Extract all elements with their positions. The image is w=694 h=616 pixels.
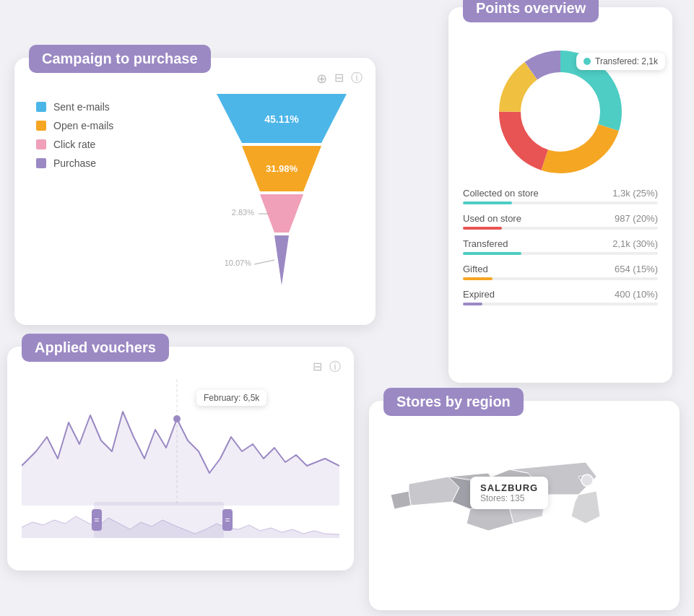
points-item-gifted: Gifted 654 (15%) xyxy=(463,264,658,280)
export-icon-v[interactable]: ⊟ xyxy=(313,360,322,375)
stores-card: Stores by region xyxy=(369,401,680,610)
svg-text:10.07%: 10.07% xyxy=(225,259,252,267)
svg-text:31.98%: 31.98% xyxy=(266,163,298,174)
campaign-title: Campaign to purchase xyxy=(29,45,211,73)
svg-marker-7 xyxy=(274,235,289,285)
points-item-expired: Expired 400 (10%) xyxy=(463,289,658,305)
info-icon[interactable]: ⓘ xyxy=(351,71,363,87)
svg-text:=: = xyxy=(225,515,230,525)
svg-text:=: = xyxy=(94,515,99,525)
donut-tooltip: Transfered: 2,1k xyxy=(576,53,665,70)
add-icon[interactable]: ⊕ xyxy=(316,71,327,87)
stores-tooltip: SALZBURG Stores: 135 xyxy=(470,477,548,509)
campaign-icons: ⊕ ⊟ ⓘ xyxy=(316,71,363,87)
svg-line-9 xyxy=(254,260,274,264)
points-list: Collected on store 1,3k (25%) Used on st… xyxy=(463,188,658,305)
points-title: Points overview xyxy=(463,0,599,22)
vouchers-tooltip: February: 6,5k xyxy=(196,390,266,406)
info-icon-v[interactable]: ⓘ xyxy=(329,360,341,375)
points-item-transfered: Transfered 2,1k (30%) xyxy=(463,238,658,255)
points-item-collected: Collected on store 1,3k (25%) xyxy=(463,188,658,204)
stores-map: SALZBURG Stores: 135 xyxy=(383,437,665,596)
svg-point-24 xyxy=(581,474,593,486)
svg-text:45.11%: 45.11% xyxy=(264,113,299,125)
svg-rect-19 xyxy=(94,502,224,538)
stores-title: Stores by region xyxy=(383,388,524,416)
campaign-card: Campaign to purchase ⊕ ⊟ ⓘ Sent e-mails … xyxy=(14,58,376,325)
vouchers-chart: February: 6,5k xyxy=(22,376,339,498)
funnel-chart: 45.11% 31.98% 2.83% 10.07% xyxy=(202,94,347,296)
points-item-used: Used on store 987 (20%) xyxy=(463,213,658,230)
vouchers-icons: ⊟ ⓘ xyxy=(313,360,341,375)
vouchers-title: Applied vouchers xyxy=(22,334,169,362)
points-card: Points overview Transfered: 2,1k Collect… xyxy=(448,7,672,383)
donut-chart: Transfered: 2,1k xyxy=(463,47,658,177)
export-icon[interactable]: ⊟ xyxy=(334,71,344,87)
vouchers-card: Applied vouchers ⊟ ⓘ February: 6,5k xyxy=(7,347,354,571)
svg-text:2.83%: 2.83% xyxy=(232,208,254,217)
vouchers-mini-chart: = = xyxy=(22,502,339,538)
